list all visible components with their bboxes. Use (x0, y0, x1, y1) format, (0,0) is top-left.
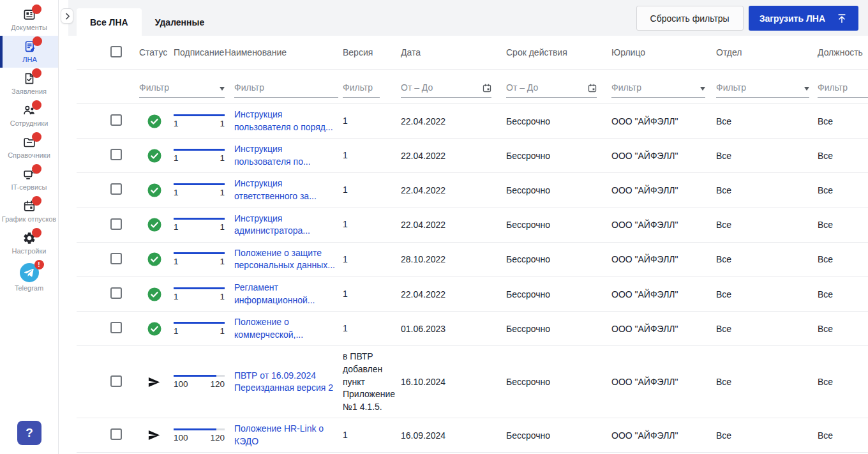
lna-icon (23, 40, 37, 54)
tab-deleted[interactable]: Удаленные (142, 8, 218, 36)
filter-date-range[interactable]: От – До (401, 82, 491, 98)
lna-table: Статус Подписание Наименование Версия Да… (77, 36, 868, 454)
telegram-icon: ! (20, 263, 39, 282)
table-row: 100 120 Положение HR-Link о КЭДО 1 16.09… (77, 418, 868, 453)
it-services-icon (22, 167, 36, 181)
signed-count: 1 (174, 222, 179, 232)
sidebar-item-telegram[interactable]: ! Telegram (0, 259, 58, 296)
sidebar-item-documents[interactable]: Документы (0, 4, 58, 36)
sidebar-item-employees[interactable]: Сотрудники (0, 100, 58, 132)
department-cell: Все (716, 377, 818, 387)
position-cell: Все (818, 254, 868, 264)
table-row: 1 1 Регламент информационной... 1 22.04.… (77, 277, 868, 312)
notification-badge (32, 132, 41, 142)
entity-cell: ООО "АЙФЭЛЛ" (611, 377, 716, 387)
document-link[interactable]: Инструкция администратора... (234, 213, 310, 236)
table-row: 1 1 Положение о защите персональных данн… (77, 243, 868, 277)
sidebar-item-label: Настройки (12, 247, 47, 255)
main-content: Все ЛНА Удаленные Сбросить фильтры Загру… (68, 0, 868, 454)
filter-name[interactable]: Фильтр (234, 82, 338, 98)
signing-progress: 1 1 (174, 183, 225, 197)
select-all-checkbox[interactable] (110, 46, 122, 57)
version-cell: 1 (343, 149, 401, 162)
signed-count: 1 (174, 292, 179, 301)
notification-badge: ! (34, 260, 44, 269)
row-checkbox[interactable] (110, 322, 122, 333)
document-link[interactable]: Положение HR-Link о КЭДО (234, 423, 324, 446)
sidebar-item-it-services[interactable]: IT-сервисы (0, 163, 58, 195)
document-link[interactable]: Положение о защите персональных данных..… (234, 248, 335, 271)
total-count: 1 (220, 153, 225, 163)
status-signed-icon (147, 322, 161, 336)
table-row: 1 1 Инструкция пользователя о поряд... 1… (77, 104, 868, 139)
toolbar-actions: Сбросить фильтры Загрузить ЛНА (636, 6, 858, 31)
status-signed-icon (147, 114, 161, 128)
filter-validity-range[interactable]: От – До (506, 82, 597, 98)
upload-icon (836, 13, 848, 24)
reset-filters-button[interactable]: Сбросить фильтры (636, 6, 744, 31)
total-count: 120 (210, 379, 225, 389)
table-row: 1 1 Инструкция пользователя по... 1 22.0… (77, 139, 868, 173)
row-checkbox[interactable] (110, 218, 122, 230)
column-header-signing: Подписание (174, 47, 225, 57)
document-link[interactable]: Инструкция ответственного за... (234, 178, 317, 201)
validity-cell: Бессрочно (506, 377, 611, 387)
upload-lna-button[interactable]: Загрузить ЛНА (749, 6, 858, 31)
sidebar-item-lna[interactable]: ЛНА (0, 36, 58, 68)
filter-version[interactable]: Фильтр (343, 82, 380, 98)
version-cell: 1 (343, 429, 401, 442)
filter-department[interactable]: Фильтр (716, 82, 809, 98)
notification-badge (32, 4, 41, 14)
filter-entity[interactable]: Фильтр (611, 82, 705, 98)
row-checkbox[interactable] (110, 149, 122, 160)
table-filter-row: Фильтр Фильтр Фильтр От – До От – До (77, 70, 868, 104)
sidebar-expand-button[interactable] (61, 8, 73, 24)
filter-position[interactable]: Фильтр (818, 82, 868, 98)
topbar: Все ЛНА Удаленные Сбросить фильтры Загру… (68, 0, 868, 36)
version-cell: 1 (343, 184, 401, 197)
status-signed-icon (147, 252, 161, 266)
sidebar-item-statements[interactable]: Заявления (0, 68, 58, 100)
department-cell: Все (716, 254, 818, 264)
column-header-status: Статус (139, 47, 174, 57)
row-checkbox[interactable] (110, 428, 122, 440)
document-link[interactable]: ПВТР от 16.09.2024 Переизданная версия 2 (234, 370, 333, 393)
table-row: 1 1 Инструкция ответственного за... 1 22… (77, 173, 868, 208)
row-checkbox[interactable] (110, 375, 122, 387)
row-checkbox[interactable] (110, 253, 122, 264)
entity-cell: ООО "АЙФЭЛЛ" (611, 185, 716, 195)
entity-cell: ООО "АЙФЭЛЛ" (611, 430, 716, 441)
position-cell: Все (818, 377, 868, 387)
sidebar-collapse-strip (59, 0, 68, 454)
tab-all-lna[interactable]: Все ЛНА (77, 8, 142, 36)
column-header-name: Наименование (225, 47, 343, 57)
signing-progress: 1 1 (174, 149, 225, 163)
notification-badge (32, 196, 41, 206)
table-body: 1 1 Инструкция пользователя о поряд... 1… (77, 104, 868, 454)
row-checkbox[interactable] (110, 287, 122, 299)
sidebar-item-handbooks[interactable]: Справочники (0, 132, 58, 163)
date-cell: 01.06.2023 (401, 324, 506, 334)
chevron-down-icon (804, 87, 809, 91)
sidebar-item-vacation[interactable]: График отпусков (0, 195, 58, 227)
filter-status[interactable]: Фильтр (139, 82, 225, 98)
total-count: 1 (220, 257, 225, 266)
help-button[interactable]: ? (17, 421, 41, 445)
date-cell: 22.04.2022 (401, 289, 506, 299)
calendar-icon (588, 84, 597, 93)
sidebar-nav: Документы ЛНА Заявления Сотрудники Справ… (0, 4, 58, 296)
row-checkbox[interactable] (110, 183, 122, 195)
document-link[interactable]: Положение о коммерческой,... (234, 317, 303, 340)
position-cell: Все (818, 289, 868, 299)
entity-cell: ООО "АЙФЭЛЛ" (611, 116, 716, 126)
sidebar-item-settings[interactable]: Настройки (0, 227, 58, 259)
document-link[interactable]: Инструкция пользователя по... (234, 144, 311, 167)
document-link[interactable]: Инструкция пользователя о поряд... (234, 109, 333, 132)
version-cell: 1 (343, 288, 401, 301)
position-cell: Все (818, 116, 868, 126)
sidebar-item-label: ЛНА (22, 56, 37, 64)
document-link[interactable]: Регламент информационной... (234, 282, 315, 305)
row-checkbox[interactable] (110, 114, 122, 126)
sidebar-item-label: IT-сервисы (11, 183, 47, 192)
column-header-entity: Юрлицо (611, 47, 716, 57)
